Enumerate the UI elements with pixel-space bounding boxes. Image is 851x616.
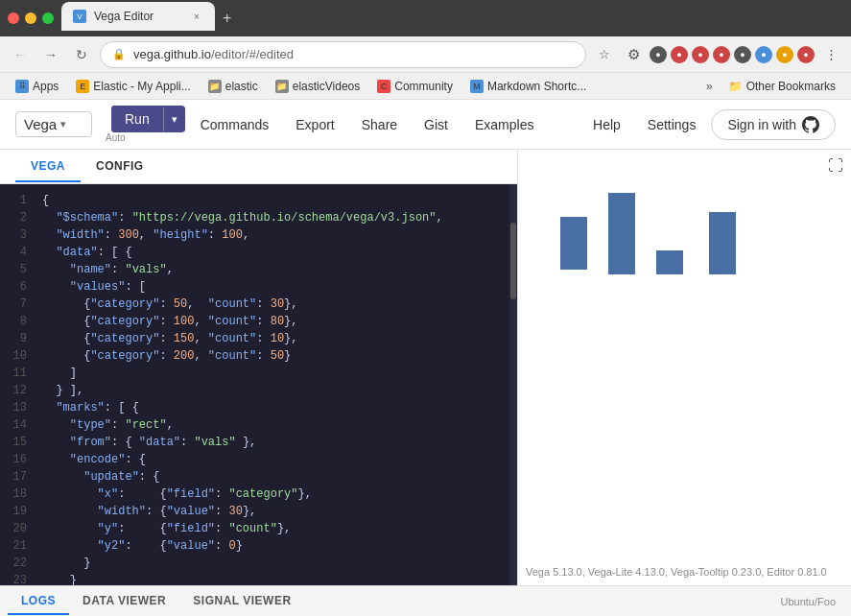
ext-icon-1[interactable]: ● — [650, 46, 667, 63]
scrollbar-thumb[interactable] — [510, 223, 516, 299]
line-number: 16 — [0, 451, 35, 468]
bookmark-favicon-markdown: M — [470, 80, 484, 93]
extension-puzzle-btn[interactable]: ⚙ — [621, 42, 646, 67]
tab-close-btn[interactable]: × — [190, 10, 203, 23]
other-bookmarks-label: Other Bookmarks — [746, 80, 836, 93]
tab-logs[interactable]: LOGS — [8, 588, 69, 615]
run-auto-label: Auto — [104, 132, 126, 143]
bookmark-elastic[interactable]: 📁 elastic — [201, 78, 266, 95]
bookmark-apps[interactable]: ⠿ Apps — [8, 78, 66, 95]
bookmark-label-elastic-app: Elastic - My Appli... — [93, 80, 190, 93]
tab-data-viewer[interactable]: DATA VIEWER — [69, 588, 179, 615]
bookmark-label-community: Community — [394, 80, 453, 93]
code-line: "y": {"field": "count"}, — [42, 520, 509, 537]
editor-panel: VEGA CONFIG 1234567891011121314151617181… — [0, 150, 518, 585]
examples-btn[interactable]: Examples — [463, 111, 545, 138]
code-line: "from": { "data": "vals" }, — [42, 434, 509, 451]
bookmark-elastic-videos[interactable]: 📁 elasticVideos — [268, 78, 368, 95]
tab-title: Vega Editor — [94, 10, 182, 23]
forward-btn[interactable]: → — [38, 42, 63, 67]
bookmark-favicon-elastic-app: E — [76, 80, 89, 93]
bookmark-favicon-elastic: 📁 — [208, 80, 222, 93]
code-line: "data": [ { — [42, 244, 509, 261]
tab-config[interactable]: CONFIG — [81, 152, 159, 182]
chevron-down-icon: ▾ — [60, 118, 66, 130]
ext-icon-5[interactable]: ● — [734, 46, 751, 63]
gist-btn[interactable]: Gist — [413, 111, 460, 138]
title-bar: V Vega Editor × + — [0, 0, 851, 36]
code-line: "x": {"field": "category"}, — [42, 486, 509, 503]
bookmark-elastic-app[interactable]: E Elastic - My Appli... — [68, 78, 198, 95]
code-line: } ], — [42, 382, 509, 399]
help-btn[interactable]: Help — [581, 111, 632, 138]
minimize-window-btn[interactable] — [25, 12, 36, 24]
sign-in-btn[interactable]: Sign in with — [711, 109, 836, 140]
address-domain: vega.github.io — [133, 47, 211, 61]
svg-rect-0 — [560, 217, 587, 270]
line-number: 14 — [0, 416, 35, 434]
address-bar[interactable]: 🔒 vega.github.io/editor/#/edited — [100, 41, 586, 68]
line-number: 17 — [0, 468, 35, 486]
line-number: 12 — [0, 382, 35, 399]
code-line: "width": 300, "height": 100, — [42, 226, 509, 244]
bookmark-label-elastic-videos: elasticVideos — [293, 80, 361, 93]
ext-icon-4[interactable]: ● — [713, 46, 730, 63]
bookmarks-more-btn[interactable]: » — [700, 78, 719, 95]
tab-favicon: V — [73, 10, 86, 23]
star-btn[interactable]: ☆ — [592, 42, 617, 67]
settings-btn[interactable]: Settings — [636, 111, 708, 138]
browser-menu-btn[interactable]: ⋮ — [818, 42, 843, 67]
nav-actions: ☆ ⚙ ● ● ● ● ● ● ● ● ⋮ — [592, 42, 843, 67]
code-line: {"category": 100, "count": 80}, — [42, 313, 509, 330]
tab-vega[interactable]: VEGA — [15, 152, 81, 182]
sign-in-label: Sign in with — [727, 117, 796, 132]
run-button[interactable]: Run — [111, 106, 163, 132]
ext-icon-8[interactable]: ● — [797, 46, 815, 63]
code-editor[interactable]: 1234567891011121314151617181920212223242… — [0, 184, 517, 585]
export-btn[interactable]: Export — [284, 111, 345, 138]
code-line: "encode": { — [42, 451, 509, 468]
tab-signal-viewer[interactable]: SIGNAL VIEWER — [179, 588, 304, 615]
line-number: 23 — [0, 572, 35, 585]
run-group: Run ▾ Auto — [104, 106, 185, 143]
expand-preview-btn[interactable]: ⛶ — [828, 157, 843, 175]
bookmark-label-apps: Apps — [33, 80, 59, 93]
preview-panel: ⛶ Vega 5.13.0, Vega-Lite 4.13.0, Vega-To… — [518, 150, 851, 585]
close-window-btn[interactable] — [8, 12, 19, 24]
maximize-window-btn[interactable] — [42, 12, 54, 24]
scrollbar-vertical[interactable] — [509, 184, 517, 585]
other-bookmarks-btn[interactable]: 📁 Other Bookmarks — [721, 78, 843, 95]
run-dropdown-btn[interactable]: ▾ — [163, 107, 185, 131]
new-tab-btn[interactable]: + — [215, 6, 239, 31]
vega-selector[interactable]: Vega ▾ — [15, 111, 92, 137]
window-controls — [8, 12, 54, 24]
ext-icon-3[interactable]: ● — [692, 46, 709, 63]
bookmarks-bar: ⠿ Apps E Elastic - My Appli... 📁 elastic… — [0, 73, 851, 100]
ext-icon-6[interactable]: ● — [755, 46, 772, 63]
app-container: Vega ▾ Run ▾ Auto Commands Export Share … — [0, 100, 851, 616]
bookmark-community[interactable]: C Community — [369, 78, 461, 95]
code-line: } — [42, 555, 509, 572]
line-number: 7 — [0, 296, 35, 313]
bookmark-markdown[interactable]: M Markdown Shortc... — [462, 78, 594, 95]
ext-icon-2[interactable]: ● — [671, 46, 688, 63]
code-line: { — [42, 192, 509, 209]
active-tab[interactable]: V Vega Editor × — [61, 2, 215, 31]
code-line: "update": { — [42, 468, 509, 486]
other-bookmarks-icon: 📁 — [728, 80, 743, 93]
line-number: 9 — [0, 330, 35, 347]
line-number: 5 — [0, 261, 35, 278]
share-btn[interactable]: Share — [350, 111, 409, 138]
back-btn[interactable]: ← — [8, 42, 33, 67]
line-numbers: 1234567891011121314151617181920212223242… — [0, 184, 35, 585]
commands-btn[interactable]: Commands — [189, 111, 281, 138]
line-number: 6 — [0, 278, 35, 296]
line-number: 3 — [0, 226, 35, 244]
code-line: "values": [ — [42, 278, 509, 296]
address-path: /editor/#/edited — [211, 47, 294, 61]
ext-icon-7[interactable]: ● — [776, 46, 793, 63]
line-number: 10 — [0, 347, 35, 365]
line-number: 21 — [0, 537, 35, 555]
github-icon — [802, 116, 819, 133]
reload-btn[interactable]: ↻ — [69, 42, 94, 67]
